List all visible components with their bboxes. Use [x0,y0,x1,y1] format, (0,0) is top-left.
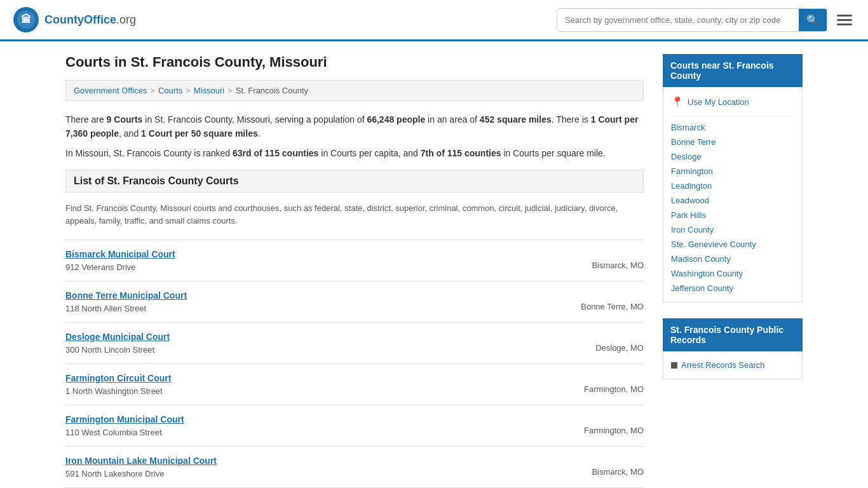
sidebar: Courts near St. Francois County 📍 Use My… [663,54,803,488]
nearby-link[interactable]: Bismarck [671,120,794,135]
court-item-left: Bismarck Municipal Court 912 Veterans Dr… [65,249,175,272]
logo-area: 🏛 CountyOffice.org [13,6,136,33]
nearby-courts-title: Courts near St. Francois County [663,54,803,87]
court-location: Bonne Terre, MO [581,290,644,311]
nearby-link[interactable]: Leadwood [671,193,794,208]
nearby-link[interactable]: Park Hills [671,208,794,222]
nearby-link[interactable]: Madison County [671,252,794,266]
page-title: Courts in St. Francois County, Missouri [65,54,644,71]
site-header: 🏛 CountyOffice.org 🔍 [0,0,868,41]
desc-mid1: in St. Francois County, Missouri, servin… [142,114,367,125]
desc-end1: . There is [552,114,591,125]
breadcrumb: Government Offices > Courts > Missouri >… [65,80,644,101]
desc-area: 452 square miles [480,114,552,125]
court-item: Bonne Terre Municipal Court 118 North Al… [65,281,644,323]
public-record-item[interactable]: Arrest Records Search [671,358,794,372]
court-address: 912 Veterans Drive [65,262,136,272]
use-location[interactable]: 📍 Use My Location [671,93,794,113]
desc-rank-capita: 63rd of 115 counties [233,148,318,158]
breadcrumb-government-offices[interactable]: Government Offices [74,86,147,95]
main-container: Courts in St. Francois County, Missouri … [53,41,815,488]
court-name[interactable]: Bismarck Municipal Court [65,249,175,259]
logo-icon: 🏛 [13,6,39,33]
nearby-link[interactable]: Iron County [671,222,794,237]
nearby-link[interactable]: Farmington [671,164,794,179]
record-icon [671,362,677,369]
court-item: Farmington Municipal Court 110 West Colu… [65,405,644,447]
court-location: Bismarck, MO [592,456,644,477]
nearby-link[interactable]: Washington County [671,266,794,281]
search-button[interactable]: 🔍 [799,9,827,31]
court-name[interactable]: Bonne Terre Municipal Court [65,290,187,301]
court-name[interactable]: Farmington Circuit Court [65,373,171,383]
logo-text: CountyOffice.org [44,13,136,27]
nearby-link[interactable]: Bonne Terre [671,135,794,149]
court-item: Farmington Circuit Court 1 North Washing… [65,364,644,405]
use-location-link[interactable]: Use My Location [688,97,749,107]
desc-final: . [258,128,261,139]
court-location: Desloge, MO [595,332,644,353]
location-dot-icon: 📍 [671,96,684,108]
court-item-left: Iron Mountain Lake Municipal Court 591 N… [65,456,217,478]
desc-court-count: 9 Courts [107,114,143,125]
nearby-link[interactable]: Desloge [671,149,794,164]
court-item-left: Farmington Circuit Court 1 North Washing… [65,373,171,396]
court-address: 110 West Columbia Street [65,428,162,437]
nearby-link[interactable]: Leadington [671,179,794,193]
nearby-link[interactable]: Jefferson County [671,281,794,295]
court-item-left: Farmington Municipal Court 110 West Colu… [65,414,184,437]
desc-rank-before: In Missouri, St. Francois County is rank… [65,148,233,158]
desc-rank-end: in Courts per square mile. [501,148,606,158]
desc-population: 66,248 people [367,114,425,125]
court-item-left: Desloge Municipal Court 300 North Lincol… [65,332,170,355]
court-item: Desloge Municipal Court 300 North Lincol… [65,323,644,364]
breadcrumb-county: St. Francois County [236,86,308,95]
desc-end2: , and [119,128,141,139]
court-item: Bismarck Municipal Court 912 Veterans Dr… [65,240,644,281]
court-list: Bismarck Municipal Court 912 Veterans Dr… [65,240,644,488]
court-address: 300 North Lincoln Street [65,345,154,355]
desc-rank-mile: 7th of 115 counties [421,148,501,158]
description-block: There are 9 Courts in St. Francois Count… [65,112,644,160]
public-records-title: St. Francois County Public Records [663,318,803,351]
desc-rank-mid: in Courts per capita, and [318,148,420,158]
svg-text:🏛: 🏛 [21,13,31,25]
court-item: Iron Mountain Lake Municipal Court 591 N… [65,447,644,488]
breadcrumb-courts[interactable]: Courts [158,86,182,95]
court-location: Bismarck, MO [592,249,644,270]
sub-description: Find St. Francois County, Missouri court… [65,202,644,227]
nearby-link[interactable]: Ste. Genevieve County [671,237,794,252]
section-heading: List of St. Francois County Courts [65,170,644,193]
menu-button[interactable] [834,11,855,29]
court-name[interactable]: Farmington Municipal Court [65,414,184,424]
court-item-left: Bonne Terre Municipal Court 118 North Al… [65,290,187,313]
public-records-links-container: Arrest Records Search [671,358,794,372]
court-name[interactable]: Iron Mountain Lake Municipal Court [65,456,217,466]
court-location: Farmington, MO [584,373,644,394]
court-name[interactable]: Desloge Municipal Court [65,332,170,342]
court-address: 118 North Allen Street [65,304,146,313]
public-records-section: St. Francois County Public Records Arres… [663,318,803,379]
header-right: 🔍 [557,8,855,32]
desc-per-mile: 1 Court per 50 square miles [141,128,258,139]
main-content: Courts in St. Francois County, Missouri … [65,54,644,488]
desc-mid2: in an area of [425,114,480,125]
court-location: Farmington, MO [584,414,644,435]
court-address: 591 North Lakeshore Drive [65,469,164,478]
breadcrumb-missouri[interactable]: Missouri [194,86,224,95]
search-input[interactable] [557,11,799,29]
nearby-courts-content: 📍 Use My Location BismarckBonne TerreDes… [663,87,803,302]
nearby-courts-section: Courts near St. Francois County 📍 Use My… [663,54,803,302]
record-link[interactable]: Arrest Records Search [681,360,765,370]
search-container: 🔍 [557,8,827,32]
nearby-links-container: BismarckBonne TerreDeslogeFarmingtonLead… [671,120,794,295]
public-records-content: Arrest Records Search [663,351,803,379]
desc-before1: There are [65,114,107,125]
court-address: 1 North Washington Street [65,386,163,396]
sidebar-divider [671,116,794,117]
